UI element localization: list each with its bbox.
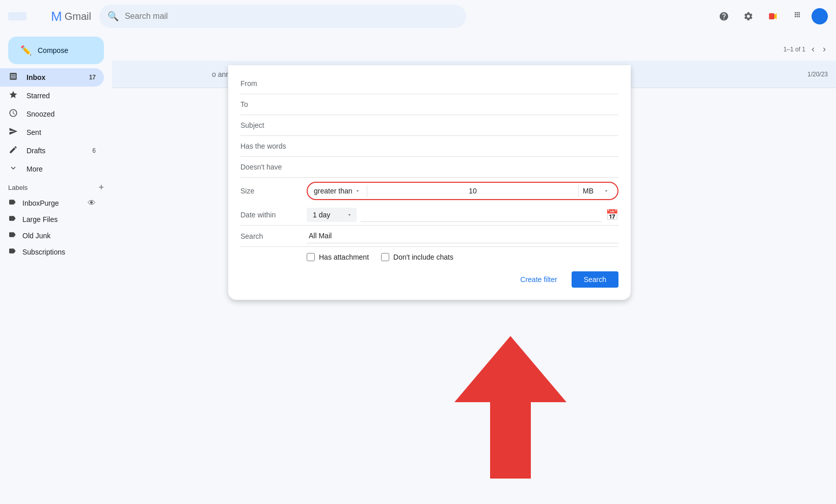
has-attachment-text: Has attachment	[319, 253, 369, 261]
sidebar-sent-label: Sent	[26, 128, 96, 136]
label-icon-oldjunk	[8, 231, 16, 241]
sidebar-more-label: More	[26, 165, 96, 173]
sidebar-item-starred[interactable]: Starred	[0, 87, 104, 105]
search-dropdown: From To Subject Has the words Doesn't ha…	[228, 65, 631, 300]
to-row: To	[240, 94, 618, 115]
size-operator-select[interactable]: greater than less than	[314, 187, 363, 195]
has-attachment-label[interactable]: Has attachment	[307, 253, 369, 261]
sidebar-item-more[interactable]: More	[0, 160, 104, 178]
labels-section-text: Labels	[8, 184, 28, 191]
date-within-row: Date within 1 day 3 days 1 week 2 weeks …	[240, 204, 618, 226]
sidebar-label-inboxpurge[interactable]: InboxPurge 👁	[0, 195, 104, 211]
subject-row: Subject	[240, 115, 618, 136]
sidebar-label-subscriptions[interactable]: Subscriptions	[0, 244, 104, 260]
gmail-m-letters: M	[51, 9, 62, 24]
compose-label: Compose	[38, 46, 68, 54]
sidebar-subscriptions-label: Subscriptions	[22, 248, 96, 256]
gmail-logo: M Gmail	[8, 9, 91, 24]
dont-include-chats-label[interactable]: Don't include chats	[381, 253, 453, 261]
dont-include-chats-text: Don't include chats	[393, 253, 453, 261]
sidebar-starred-label: Starred	[26, 92, 96, 100]
to-label: To	[240, 100, 307, 108]
sidebar-item-drafts[interactable]: Drafts 6	[0, 142, 104, 160]
sidebar-inboxpurge-label: InboxPurge	[22, 199, 82, 207]
date-text-input[interactable]	[361, 207, 602, 222]
snoozed-icon	[8, 108, 18, 120]
calendar-icon[interactable]: 📅	[606, 209, 618, 221]
main-layout: ✏️ Compose Inbox 17 Starred Snoozed	[0, 33, 836, 504]
subject-label: Subject	[240, 121, 307, 129]
sidebar-oldjunk-label: Old Junk	[22, 232, 96, 240]
search-in-label: Search	[240, 232, 307, 240]
topbar-right	[714, 6, 828, 26]
label-icon-inboxpurge	[8, 198, 16, 208]
size-divider-2	[578, 185, 579, 197]
compose-button[interactable]: ✏️ Compose	[8, 37, 104, 64]
search-input[interactable]	[125, 12, 458, 21]
create-filter-button[interactable]: Create filter	[512, 271, 565, 288]
svg-rect-0	[8, 12, 26, 20]
sidebar-item-snoozed[interactable]: Snoozed	[0, 105, 104, 123]
date-within-select[interactable]: 1 day 3 days 1 week 2 weeks 1 month 2 mo…	[307, 208, 357, 222]
from-input[interactable]	[307, 76, 618, 91]
label-icon-largefiles	[8, 214, 16, 225]
sidebar-drafts-count: 6	[92, 147, 96, 154]
sidebar-label-oldjunk[interactable]: Old Junk	[0, 228, 104, 244]
has-words-input[interactable]	[307, 139, 618, 153]
drafts-icon	[8, 145, 18, 157]
apps-button[interactable]	[787, 6, 807, 26]
next-page-button[interactable]: ›	[821, 42, 828, 57]
prev-page-button[interactable]: ‹	[810, 42, 817, 57]
from-row: From	[240, 73, 618, 94]
to-input[interactable]	[307, 97, 618, 111]
more-icon	[8, 163, 18, 175]
has-attachment-checkbox[interactable]	[307, 253, 315, 261]
sidebar-inbox-label: Inbox	[26, 73, 81, 81]
email-date: 1/20/23	[807, 71, 828, 78]
help-button[interactable]	[714, 6, 734, 26]
sidebar-inbox-count: 17	[89, 74, 96, 81]
date-controls: 1 day 3 days 1 week 2 weeks 1 month 2 mo…	[307, 207, 618, 222]
sidebar-item-inbox[interactable]: Inbox 17	[0, 68, 104, 87]
subject-input[interactable]	[307, 118, 618, 132]
avatar[interactable]	[812, 8, 828, 24]
dont-include-chats-checkbox[interactable]	[381, 253, 389, 261]
arrow-head	[454, 336, 567, 402]
gmail-m-logo	[29, 9, 49, 24]
sidebar-item-sent[interactable]: Sent	[0, 123, 104, 142]
sidebar-drafts-label: Drafts	[26, 147, 84, 155]
size-number-input[interactable]	[371, 187, 574, 195]
compose-icon: ✏️	[20, 45, 32, 56]
sent-icon	[8, 127, 18, 138]
search-bar[interactable]: 🔍	[99, 5, 466, 28]
settings-button[interactable]	[738, 6, 759, 26]
label-icon-subscriptions	[8, 247, 16, 257]
red-arrow-indicator	[454, 336, 567, 479]
search-bar-container: 🔍	[99, 5, 466, 28]
from-label: From	[240, 79, 307, 88]
search-in-select[interactable]: All Mail Inbox Starred Sent Drafts Spam …	[307, 229, 618, 243]
labels-section: Labels +	[0, 178, 112, 195]
add-label-button[interactable]: +	[98, 182, 104, 193]
doesnt-have-input[interactable]	[307, 160, 618, 174]
meet-button[interactable]	[763, 6, 783, 26]
sidebar-largefiles-label: Large Files	[22, 215, 96, 223]
actions-row: Create filter Search	[240, 265, 618, 288]
topbar: M Gmail 🔍	[0, 0, 836, 33]
eye-icon[interactable]: 👁	[88, 199, 96, 208]
doesnt-have-row: Doesn't have	[240, 157, 618, 178]
gmail-text: Gmail	[65, 11, 91, 22]
sidebar-label-largefiles[interactable]: Large Files	[0, 211, 104, 228]
has-words-label: Has the words	[240, 142, 307, 150]
arrow-tail	[490, 402, 531, 479]
date-within-label: Date within	[240, 211, 307, 219]
size-controls: greater than less than MB KB Bytes	[307, 182, 618, 200]
size-divider	[367, 185, 367, 197]
checkboxes-row: Has attachment Don't include chats	[240, 247, 618, 265]
size-row: Size greater than less than MB KB Bytes	[240, 178, 618, 204]
search-button[interactable]: Search	[572, 271, 618, 288]
size-unit-select[interactable]: MB KB Bytes	[583, 187, 611, 195]
search-icon: 🔍	[107, 11, 119, 22]
pagination-bar: 1–1 of 1 ‹ ›	[112, 38, 836, 61]
sidebar-snoozed-label: Snoozed	[26, 110, 96, 118]
